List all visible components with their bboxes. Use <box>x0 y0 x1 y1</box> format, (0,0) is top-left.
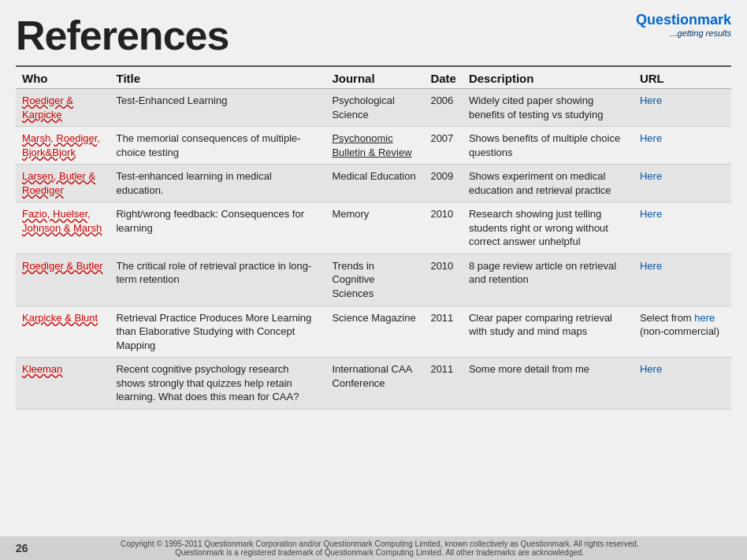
cell-who: Roediger & Butler <box>16 254 110 306</box>
logo-tagline: ...getting results <box>670 28 731 38</box>
table-row: Roediger & KarpickeTest-Enhanced Learnin… <box>16 89 731 127</box>
cell-url[interactable]: Here <box>634 127 731 165</box>
cell-journal: Psychological Science <box>325 89 424 127</box>
cell-who: Karpicke & Blunt <box>16 306 110 358</box>
cell-date: 2009 <box>424 165 463 202</box>
cell-url[interactable]: Here <box>634 89 731 127</box>
cell-url[interactable]: Here <box>634 165 731 202</box>
cell-date: 2007 <box>424 127 463 165</box>
cell-who: Marsh, Roediger, Bjork&Bjork <box>16 127 110 165</box>
col-description: Description <box>463 67 634 89</box>
col-date: Date <box>424 67 463 89</box>
table-row: Roediger & ButlerThe critical role of re… <box>16 254 731 306</box>
logo-text: Questionmark <box>636 12 731 28</box>
cell-title: Right/wrong feedback: Consequences for l… <box>110 202 325 254</box>
url-link[interactable]: Here <box>640 132 662 144</box>
table-row: Marsh, Roediger, Bjork&BjorkThe memorial… <box>16 127 731 165</box>
cell-date: 2011 <box>424 358 463 410</box>
cell-url[interactable]: Here <box>634 254 731 306</box>
cell-date: 2006 <box>424 89 463 127</box>
cell-description: Clear paper comparing retrieval with stu… <box>463 306 634 358</box>
footer: 26 Copyright © 1995-2011 Questionmark Co… <box>0 536 747 560</box>
cell-url[interactable]: Here <box>634 358 731 410</box>
url-link[interactable]: Here <box>640 208 662 220</box>
cell-who: Kleeman <box>16 358 110 410</box>
col-title: Title <box>110 67 325 89</box>
url-link[interactable]: Here <box>640 170 662 182</box>
table-row: Karpicke & BluntRetrieval Practice Produ… <box>16 306 731 358</box>
cell-description: Widely cited paper showing benefits of t… <box>463 89 634 127</box>
cell-journal: Medical Education <box>325 165 424 202</box>
cell-journal: International CAA Conference <box>325 358 424 410</box>
cell-journal: Trends in Cognitive Sciences <box>325 254 424 306</box>
logo-brand2: mark <box>697 12 731 28</box>
table-header-row: Who Title Journal Date Description URL <box>16 67 731 89</box>
table-row: Larsen, Butler & RoedigerTest-enhanced l… <box>16 165 731 202</box>
references-table: Who Title Journal Date Description URL R… <box>16 67 731 410</box>
cell-date: 2010 <box>424 202 463 254</box>
url-link[interactable]: here <box>694 312 715 324</box>
cell-journal: Science Magazine <box>325 306 424 358</box>
cell-description: Shows experiment on medical education an… <box>463 165 634 202</box>
cell-title: Test-Enhanced Learning <box>110 89 325 127</box>
col-journal: Journal <box>325 67 424 89</box>
header: References Questionmark ...getting resul… <box>0 0 747 59</box>
cell-who: Roediger & Karpicke <box>16 89 110 127</box>
logo-area: Questionmark ...getting results <box>636 8 731 38</box>
table-row: Fazio, Huelser, Johnson & MarshRight/wro… <box>16 202 731 254</box>
cell-journal: Memory <box>325 202 424 254</box>
logo-brand1: Question <box>636 12 697 28</box>
url-link[interactable]: Here <box>640 260 662 272</box>
slide: References Questionmark ...getting resul… <box>0 0 747 560</box>
cell-who: Larsen, Butler & Roediger <box>16 165 110 202</box>
cell-url[interactable]: Select from here (non-commercial) <box>634 306 731 358</box>
cell-description: 8 page review article on retrieval and r… <box>463 254 634 306</box>
cell-title: Recent cognitive psychology research sho… <box>110 358 325 410</box>
cell-description: Some more detail from me <box>463 358 634 410</box>
cell-date: 2010 <box>424 254 463 306</box>
page-title: References <box>16 12 229 59</box>
footer-copyright: Copyright © 1995-2011 Questionmark Corpo… <box>28 540 731 557</box>
cell-title: The critical role of retrieval practice … <box>110 254 325 306</box>
url-link[interactable]: Here <box>640 95 662 106</box>
table-row: KleemanRecent cognitive psychology resea… <box>16 358 731 410</box>
url-link[interactable]: Here <box>640 363 662 375</box>
table-container: Who Title Journal Date Description URL R… <box>0 67 747 536</box>
cell-title: Test-enhanced learning in medical educat… <box>110 165 325 202</box>
cell-description: Shows benefits of multiple choice questi… <box>463 127 634 165</box>
col-url: URL <box>634 67 731 89</box>
cell-description: Research showing just telling students r… <box>463 202 634 254</box>
cell-journal: Psychonomic Bulletin & Review <box>325 127 424 165</box>
col-who: Who <box>16 67 110 89</box>
page-number: 26 <box>16 542 28 554</box>
cell-title: Retrieval Practice Produces More Learnin… <box>110 306 325 358</box>
cell-title: The memorial consequences of multiple-ch… <box>110 127 325 165</box>
cell-who: Fazio, Huelser, Johnson & Marsh <box>16 202 110 254</box>
cell-date: 2011 <box>424 306 463 358</box>
cell-url[interactable]: Here <box>634 202 731 254</box>
